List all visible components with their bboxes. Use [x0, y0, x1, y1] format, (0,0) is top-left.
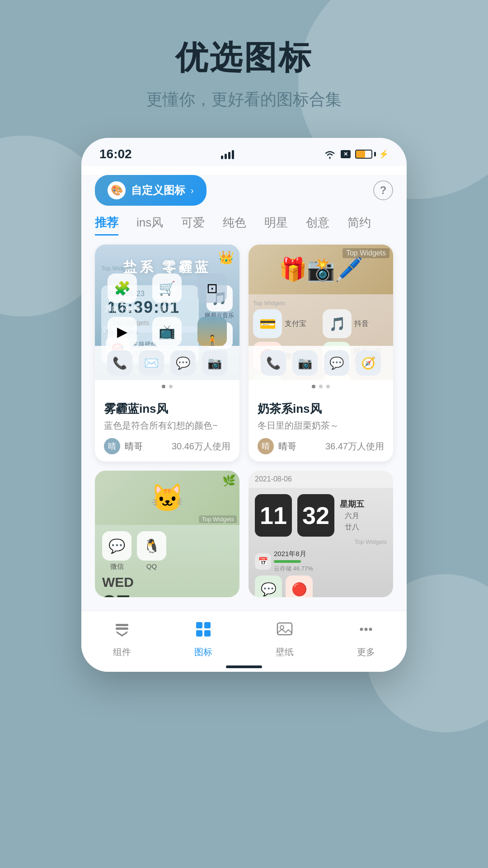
svg-point-10: [369, 628, 372, 631]
svg-point-8: [360, 628, 363, 631]
status-bar: 16:02 ✕: [81, 138, 407, 166]
battery-icon: ⚡: [355, 149, 389, 159]
bc1-preview: 🐱 🌿 Top Widgets 💬 微信 🐧: [95, 471, 239, 597]
help-button[interactable]: ?: [373, 180, 393, 200]
nav-more-label: 更多: [357, 646, 375, 658]
bc1-day-label: WED: [102, 575, 232, 590]
card2-meta: 晴 晴哥 36.47万人使用: [258, 438, 384, 454]
card-misty-blue[interactable]: 👑 盐系 零霾蓝 2021-06-23 16:39:01 Top Widgets: [95, 245, 239, 462]
dock2-message: 💬: [324, 350, 349, 376]
nav-wallpaper-icon: [276, 620, 294, 642]
card2-name: 奶茶系ins风: [258, 401, 384, 417]
svg-rect-6: [277, 623, 292, 635]
status-icons: ✕ ⚡: [324, 149, 389, 159]
bc1-day-num: 27: [102, 590, 232, 597]
tab-star[interactable]: 明星: [264, 215, 288, 236]
card2-avatar: 晴: [258, 438, 274, 454]
top-widgets-2: Top Widgets: [343, 248, 389, 258]
card2-author: 晴哥: [278, 440, 296, 453]
phone-content: 🎨 自定义图标 › ? 推荐 ins风 可爱 纯色 明星 创意 简约: [81, 175, 407, 611]
card2-info: 奶茶系ins风 冬日里的甜栗奶茶～ 晴 晴哥 36.47万人使用: [249, 393, 393, 462]
card2-dock: 📞 📷 💬 🧭: [249, 346, 393, 380]
nav-more-icon: [357, 620, 375, 642]
sim-icon: ✕: [341, 150, 351, 158]
nav-icons-icon: [194, 620, 212, 642]
tab-creative[interactable]: 创意: [306, 215, 329, 236]
bc2-preview: 2021-08-06 11 32 星期五 六: [249, 471, 393, 597]
tab-recommend[interactable]: 推荐: [95, 215, 118, 236]
card-milktea[interactable]: 🎁📸🖊️ Top Widgets Top Widgets 💳 支付宝: [249, 245, 393, 462]
dock2-phone: 📞: [261, 350, 286, 376]
card1-app-widgets: 🧩 万能小组件: [101, 274, 143, 314]
bc2-lunar2: 廿八: [345, 523, 359, 532]
card2-dots: [249, 380, 393, 393]
bc2-min: 32: [302, 501, 329, 529]
bottom-card-2[interactable]: 2021-08-06 11 32 星期五 六: [249, 471, 393, 597]
card1-preview: 👑 盐系 零霾蓝 2021-06-23 16:39:01 Top Widgets: [95, 245, 239, 380]
bc2-hour: 11: [260, 501, 287, 529]
card1-author: 晴哥: [125, 440, 143, 453]
custom-icon-button[interactable]: 🎨 自定义图标 ›: [95, 175, 206, 206]
cards-grid: 👑 盐系 零霾蓝 2021-06-23 16:39:01 Top Widgets: [95, 245, 393, 471]
nav-wallpaper[interactable]: 壁纸: [276, 620, 294, 658]
card2-users: 36.47万人使用: [325, 440, 384, 453]
page-title: 优选图标: [175, 36, 313, 80]
page-subtitle: 更懂你，更好看的图标合集: [146, 89, 342, 111]
nav-widgets-icon: [113, 620, 131, 642]
svg-rect-3: [204, 622, 211, 628]
svg-point-9: [365, 628, 368, 631]
card1-dots: [95, 380, 239, 393]
svg-rect-4: [196, 630, 202, 637]
bottom-nav: 组件 图标: [81, 611, 407, 672]
card1-name: 雾霾蓝ins风: [104, 401, 230, 417]
dock2-camera: 📷: [292, 350, 318, 376]
wifi-icon: [324, 149, 336, 159]
card1-dock: 📞 ✉️ 💬 📷: [95, 346, 239, 380]
dock-phone: 📞: [107, 350, 132, 376]
phone-shell: 16:02 ✕: [81, 138, 407, 672]
svg-point-7: [280, 626, 284, 629]
nav-icons[interactable]: 图标: [194, 620, 212, 658]
svg-rect-5: [204, 630, 211, 637]
bottom-card-1[interactable]: 🐱 🌿 Top Widgets 💬 微信 🐧: [95, 471, 239, 597]
bc2-lunar1: 六月: [345, 511, 359, 521]
signal-icon: [221, 149, 234, 159]
nav-more[interactable]: 更多: [357, 620, 375, 658]
nav-indicator: [226, 665, 262, 668]
bottom-cards: 🐱 🌿 Top Widgets 💬 微信 🐧: [95, 471, 393, 611]
dock2-compass: 🧭: [356, 350, 381, 376]
tab-cute[interactable]: 可爱: [181, 215, 205, 236]
card1-avatar: 晴: [104, 438, 120, 454]
svg-rect-2: [196, 622, 202, 628]
tab-ins[interactable]: ins风: [136, 215, 163, 236]
tab-simple[interactable]: 简约: [347, 215, 371, 236]
nav-wallpaper-label: 壁纸: [276, 646, 294, 658]
dock-mail: ✉️: [139, 350, 164, 376]
card1-users: 30.46万人使用: [172, 440, 230, 453]
nav-widgets[interactable]: 组件: [113, 620, 131, 658]
custom-icon-arrow: ›: [191, 185, 194, 196]
dock-camera: 📷: [202, 350, 227, 376]
card2-preview: 🎁📸🖊️ Top Widgets Top Widgets 💳 支付宝: [249, 245, 393, 380]
card2-desc: 冬日里的甜栗奶茶～: [258, 420, 384, 432]
card1-info: 雾霾蓝ins风 蓝色是符合所有幻想的颜色~ 晴 晴哥 30.46万人使用: [95, 393, 239, 462]
custom-icon-label: 自定义图标: [131, 183, 185, 198]
svg-rect-0: [116, 624, 128, 626]
card1-desc: 蓝色是符合所有幻想的颜色~: [104, 420, 230, 432]
bc2-weekday: 星期五: [340, 499, 364, 509]
status-time: 16:02: [99, 147, 132, 161]
tab-pure[interactable]: 纯色: [223, 215, 246, 236]
nav-icons-label: 图标: [194, 646, 212, 658]
card1-app-meituan: 🛒 美团: [146, 274, 188, 314]
dock-message: 💬: [170, 350, 196, 376]
svg-rect-1: [116, 627, 128, 630]
custom-icon-circle: 🎨: [108, 181, 126, 199]
card1-app-scan: ⊡: [191, 274, 233, 314]
tab-bar: 推荐 ins风 可爱 纯色 明星 创意 简约: [95, 210, 393, 236]
bc2-date: 2021-08-06: [255, 475, 387, 483]
nav-widgets-label: 组件: [113, 646, 131, 658]
card1-meta: 晴 晴哥 30.46万人使用: [104, 438, 230, 454]
custom-icon-bar: 🎨 自定义图标 › ?: [95, 175, 393, 206]
